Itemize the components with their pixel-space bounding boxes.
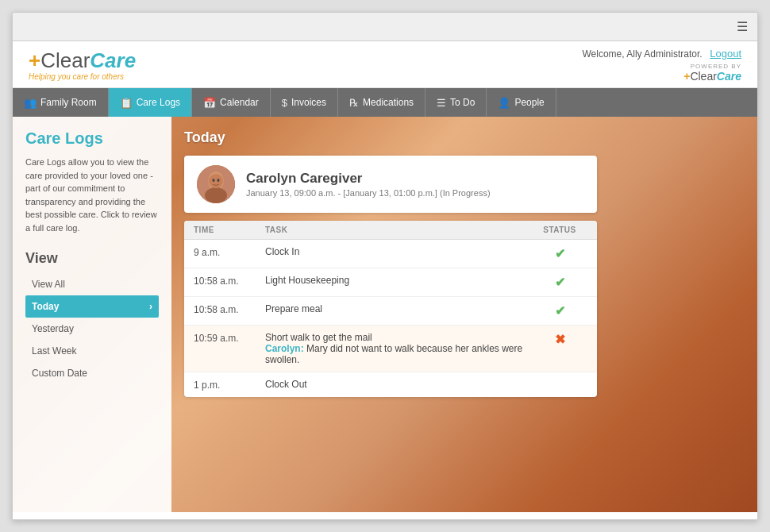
powered-by-care-text: Care (717, 70, 741, 83)
logo-area: +ClearCare Helping you care for others (29, 50, 136, 81)
logo: +ClearCare (29, 50, 136, 71)
powered-by: POWERED BY +ClearCare (683, 63, 741, 83)
check-icon: ✔ (555, 304, 565, 318)
caregiver-info: Carolyn Caregiver January 13, 09:00 a.m.… (246, 171, 491, 198)
powered-by-clear-text: Clear (690, 70, 716, 83)
nav-calendar-label: Calendar (220, 97, 259, 108)
navbar: 👥 Family Room 📋 Care Logs 📅 Calendar $ I… (13, 88, 757, 117)
task-main-text: Short walk to get the mail (265, 332, 532, 343)
cell-time: 1 p.m. (194, 379, 265, 391)
nav-calendar[interactable]: 📅 Calendar (192, 88, 271, 117)
browser-topbar: ☰ (13, 13, 757, 41)
cell-task: Light Housekeeping (265, 275, 532, 286)
hamburger-icon[interactable]: ☰ (737, 19, 748, 34)
to-do-icon: ☰ (437, 97, 446, 109)
header-right: Welcome, Ally Administrator. Logout POWE… (582, 48, 741, 83)
cell-task: Clock In (265, 246, 532, 257)
nav-medications-label: Medications (363, 97, 414, 108)
nav-family-room-label: Family Room (40, 97, 97, 108)
caregiver-card[interactable]: Carolyn Caregiver January 13, 09:00 a.m.… (184, 156, 597, 213)
svg-point-2 (205, 187, 227, 203)
main-content: Care Logs Care Logs allow you to view th… (13, 117, 757, 512)
cell-status: ✖ (532, 332, 587, 347)
cell-task-with-note: Short walk to get the mail Carolyn: Mary… (265, 332, 532, 365)
table-row[interactable]: 1 p.m. Clock Out (184, 372, 597, 397)
sidebar-view-list: View All Today › Yesterday Last Week Cus… (25, 273, 159, 384)
svg-point-3 (209, 174, 223, 188)
nav-invoices-label: Invoices (291, 97, 326, 108)
nav-medications[interactable]: ℞ Medications (338, 88, 425, 117)
care-log-table: TIME TASK STATUS 9 a.m. Clock In ✔ 10:58… (184, 221, 597, 397)
sidebar-yesterday[interactable]: Yesterday (25, 318, 159, 340)
sidebar-description: Care Logs allow you to view the care pro… (25, 156, 159, 234)
app-header: +ClearCare Helping you care for others W… (13, 41, 757, 88)
nav-to-do-label: To Do (450, 97, 475, 108)
cell-time: 10:58 a.m. (194, 303, 265, 315)
nav-invoices[interactable]: $ Invoices (271, 88, 338, 117)
sidebar: Care Logs Care Logs allow you to view th… (13, 117, 171, 512)
sidebar-title: Care Logs (25, 129, 159, 148)
app-container: +ClearCare Helping you care for others W… (13, 41, 757, 520)
cell-time: 10:59 a.m. (194, 332, 265, 344)
welcome-area: Welcome, Ally Administrator. Logout (582, 48, 741, 60)
invoices-icon: $ (282, 97, 287, 109)
cell-task: Clock Out (265, 379, 532, 390)
avatar-face (197, 165, 235, 203)
cell-time: 10:58 a.m. (194, 275, 265, 287)
sidebar-view-all[interactable]: View All (25, 273, 159, 295)
browser-window: ☰ +ClearCare Helping you care for others… (12, 12, 758, 520)
nav-people[interactable]: 👤 People (487, 88, 556, 117)
logo-clear: Clear (40, 48, 90, 72)
today-label: Today (184, 129, 745, 146)
welcome-text: Welcome, Ally Administrator. (582, 48, 702, 60)
col-header-task: TASK (265, 226, 532, 234)
caregiver-note-label: Carolyn: (265, 343, 304, 354)
avatar (197, 165, 235, 203)
family-room-icon: 👥 (24, 97, 37, 109)
table-row[interactable]: 9 a.m. Clock In ✔ (184, 240, 597, 268)
sidebar-view-title: View (25, 250, 159, 267)
care-logs-icon: 📋 (120, 97, 133, 109)
nav-people-label: People (514, 97, 544, 108)
chevron-right-icon: › (149, 301, 152, 312)
powered-by-label: POWERED BY (691, 63, 741, 70)
cell-status: ✔ (532, 246, 587, 261)
powered-by-logo: +ClearCare (683, 70, 741, 83)
medications-icon: ℞ (349, 97, 359, 109)
logo-tagline: Helping you care for others (29, 72, 136, 81)
calendar-icon: 📅 (203, 97, 216, 109)
sidebar-custom-date[interactable]: Custom Date (25, 362, 159, 384)
col-header-status: STATUS (532, 226, 587, 234)
table-row[interactable]: 10:58 a.m. Light Housekeeping ✔ (184, 268, 597, 297)
nav-care-logs[interactable]: 📋 Care Logs (109, 88, 192, 117)
table-header: TIME TASK STATUS (184, 221, 597, 240)
cell-status: ✔ (532, 303, 587, 318)
sidebar-today-label: Today (32, 301, 59, 312)
logo-care: Care (90, 48, 136, 72)
sidebar-today[interactable]: Today › (25, 295, 159, 318)
nav-care-logs-label: Care Logs (137, 97, 180, 108)
cell-task: Prepare meal (265, 303, 532, 314)
nav-to-do[interactable]: ☰ To Do (425, 88, 487, 117)
logo-plus: + (29, 48, 40, 72)
table-row[interactable]: 10:59 a.m. Short walk to get the mail Ca… (184, 326, 597, 372)
caregiver-date: January 13, 09:00 a.m. - [January 13, 01… (246, 188, 491, 198)
people-icon: 👤 (498, 97, 510, 109)
x-icon: ✖ (555, 333, 565, 346)
cell-time: 9 a.m. (194, 246, 265, 258)
logout-link[interactable]: Logout (710, 48, 741, 60)
table-row[interactable]: 10:58 a.m. Prepare meal ✔ (184, 297, 597, 326)
svg-point-4 (213, 179, 215, 182)
svg-point-5 (218, 179, 220, 182)
nav-family-room[interactable]: 👥 Family Room (13, 88, 109, 117)
check-icon: ✔ (555, 247, 565, 260)
cell-status: ✔ (532, 275, 587, 290)
content-area: Today (171, 117, 757, 512)
check-icon: ✔ (555, 276, 565, 289)
caregiver-name: Carolyn Caregiver (246, 171, 491, 187)
col-header-time: TIME (194, 226, 265, 234)
sidebar-last-week[interactable]: Last Week (25, 340, 159, 362)
task-note-text: Carolyn: Mary did not want to walk becau… (265, 343, 532, 365)
